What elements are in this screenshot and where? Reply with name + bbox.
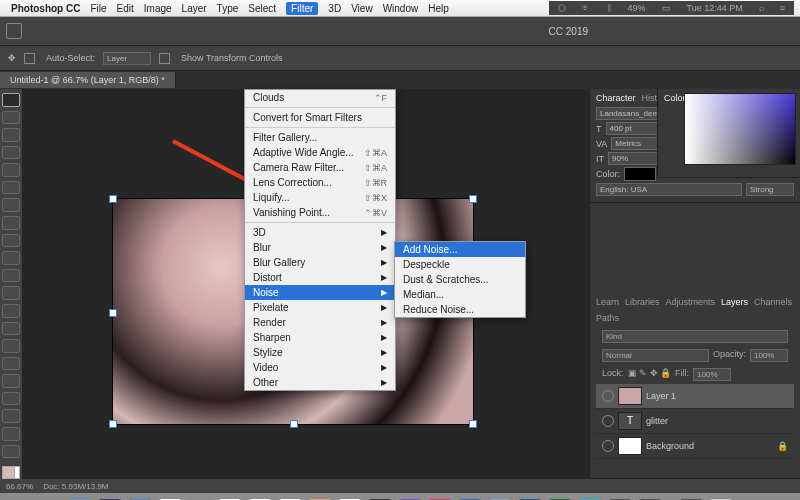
app-menu[interactable]: Photoshop CC (11, 3, 80, 14)
menu-filter[interactable]: Filter (286, 2, 318, 15)
type-tool[interactable] (2, 374, 20, 388)
layer-row[interactable]: Layer 1 (596, 384, 794, 409)
transform-handle[interactable] (109, 420, 117, 428)
show-transform-checkbox[interactable] (159, 53, 170, 64)
menu-layer[interactable]: Layer (182, 3, 207, 14)
opacity-input[interactable]: 100% (750, 349, 788, 362)
clock[interactable]: Tue 12:44 PM (687, 3, 743, 13)
spotlight-icon[interactable]: ⌕ (759, 3, 764, 13)
fg-color-swatch[interactable] (2, 466, 15, 479)
notif-icon[interactable]: ≡ (780, 3, 785, 13)
menu-item[interactable]: 3D▶ (245, 225, 395, 240)
menu-item[interactable]: Stylize▶ (245, 345, 395, 360)
eyedropper-tool[interactable] (2, 198, 20, 212)
menu-3d[interactable]: 3D (328, 3, 341, 14)
auto-select-checkbox[interactable] (24, 53, 35, 64)
pen-tool[interactable] (2, 357, 20, 371)
tab-paths[interactable]: Paths (596, 313, 619, 323)
menu-item[interactable]: Vanishing Point...⌃⌘V (245, 205, 395, 220)
brush-tool[interactable] (2, 234, 20, 248)
menu-item[interactable]: Filter Gallery... (245, 130, 395, 145)
menu-item[interactable]: Camera Raw Filter...⇧⌘A (245, 160, 395, 175)
blend-mode-dropdown[interactable]: Normal (602, 349, 709, 362)
transform-handle[interactable] (469, 195, 477, 203)
history-brush-tool[interactable] (2, 269, 20, 283)
menu-file[interactable]: File (90, 3, 106, 14)
lock-icons[interactable]: ▣ ✎ ✥ 🔒 (628, 368, 672, 381)
auto-select-dropdown[interactable]: Layer (103, 52, 151, 65)
tab-layers[interactable]: Layers (721, 297, 748, 307)
eraser-tool[interactable] (2, 286, 20, 300)
fg-bg-swatches[interactable] (2, 466, 20, 479)
menu-help[interactable]: Help (428, 3, 449, 14)
fill-input[interactable]: 100% (693, 368, 731, 381)
layer-thumb[interactable]: T (618, 412, 642, 430)
menu-select[interactable]: Select (248, 3, 276, 14)
menu-item[interactable]: Dust & Scratches... (395, 272, 525, 287)
home-icon[interactable] (6, 23, 22, 39)
menu-item[interactable]: Clouds⌃F (245, 90, 395, 105)
text-color-swatch[interactable] (624, 167, 656, 181)
transform-handle[interactable] (469, 420, 477, 428)
layer-thumb[interactable] (618, 437, 642, 455)
blur-tool[interactable] (2, 322, 20, 336)
menu-item[interactable]: Render▶ (245, 315, 395, 330)
visibility-toggle[interactable] (602, 390, 614, 402)
menu-item[interactable]: Despeckle (395, 257, 525, 272)
menu-item[interactable]: Blur▶ (245, 240, 395, 255)
menu-item[interactable]: Video▶ (245, 360, 395, 375)
menu-item[interactable]: Other▶ (245, 375, 395, 390)
aa-dropdown[interactable]: Strong (746, 183, 794, 196)
frame-tool[interactable] (2, 181, 20, 195)
doc-size[interactable]: Doc: 5.93M/13.9M (43, 482, 108, 491)
layer-name[interactable]: Layer 1 (646, 391, 676, 401)
zoom-level[interactable]: 66.67% (6, 482, 33, 491)
menu-item[interactable]: Distort▶ (245, 270, 395, 285)
transform-handle[interactable] (290, 420, 298, 428)
menu-edit[interactable]: Edit (117, 3, 134, 14)
menu-item[interactable]: Sharpen▶ (245, 330, 395, 345)
visibility-toggle[interactable] (602, 440, 614, 452)
wifi-icon[interactable]: ᯤ (582, 3, 591, 13)
layer-row[interactable]: Background 🔒 (596, 434, 794, 459)
stamp-tool[interactable] (2, 251, 20, 265)
heal-tool[interactable] (2, 216, 20, 230)
marquee-tool[interactable] (2, 111, 20, 125)
visibility-toggle[interactable] (602, 415, 614, 427)
menu-item-noise[interactable]: Noise▶ (245, 285, 395, 300)
wand-tool[interactable] (2, 146, 20, 160)
transform-handle[interactable] (109, 309, 117, 317)
menu-item[interactable]: Lens Correction...⇧⌘R (245, 175, 395, 190)
menu-type[interactable]: Type (217, 3, 239, 14)
tab-color[interactable]: Color (664, 93, 686, 103)
lasso-tool[interactable] (2, 128, 20, 142)
dodge-tool[interactable] (2, 339, 20, 353)
tab-adjustments[interactable]: Adjustments (666, 297, 716, 307)
transform-handle[interactable] (109, 195, 117, 203)
zoom-tool[interactable] (2, 445, 20, 459)
gradient-tool[interactable] (2, 304, 20, 318)
menu-item[interactable]: Reduce Noise... (395, 302, 525, 317)
layer-name[interactable]: Background (646, 441, 694, 451)
layer-thumb[interactable] (618, 387, 642, 405)
move-tool[interactable] (2, 93, 20, 107)
path-tool[interactable] (2, 392, 20, 406)
menu-item[interactable]: Convert for Smart Filters (245, 110, 395, 125)
menu-item[interactable]: Liquify...⇧⌘X (245, 190, 395, 205)
shape-tool[interactable] (2, 409, 20, 423)
menu-item[interactable]: Adaptive Wide Angle...⇧⌘A (245, 145, 395, 160)
menu-image[interactable]: Image (144, 3, 172, 14)
menu-view[interactable]: View (351, 3, 373, 14)
menu-item[interactable]: Pixelate▶ (245, 300, 395, 315)
document-tab[interactable]: Untitled-1 @ 66.7% (Layer 1, RGB/8) * (0, 72, 176, 88)
layer-row[interactable]: T glitter (596, 409, 794, 434)
bluetooth-icon[interactable]: ᛒ (607, 3, 612, 13)
tab-character[interactable]: Character (596, 93, 636, 103)
tab-channels[interactable]: Channels (754, 297, 792, 307)
menu-item[interactable]: Blur Gallery▶ (245, 255, 395, 270)
crop-tool[interactable] (2, 163, 20, 177)
dropbox-icon[interactable]: ⬡ (558, 3, 566, 13)
tab-libraries[interactable]: Libraries (625, 297, 660, 307)
hand-tool[interactable] (2, 427, 20, 441)
menu-item-add-noise[interactable]: Add Noise... (395, 242, 525, 257)
